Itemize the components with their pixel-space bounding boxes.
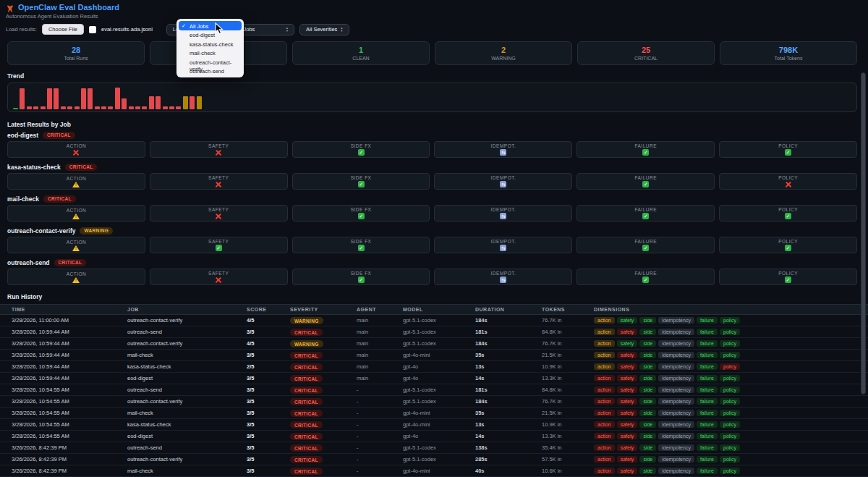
menu-item-kasa-status-check[interactable]: kasa-status-check xyxy=(179,39,242,48)
dimension-card: FAILURE✓ xyxy=(576,141,715,158)
dimension-card: SAFETY xyxy=(150,141,288,158)
dimension-chip: policy xyxy=(720,375,740,381)
dimension-card: POLICY✓ xyxy=(719,269,857,285)
dimension-chip: failure xyxy=(697,329,718,335)
cell-model: gpt-4o xyxy=(403,375,475,381)
cell-severity: CRITICAL xyxy=(290,456,357,463)
dimension-label: FAILURE xyxy=(634,271,657,276)
menu-item-all-jobs[interactable]: ✓All Jobs xyxy=(179,21,242,30)
cell-dimensions: actionsafetysideidempotencyfailurepolicy xyxy=(594,421,868,428)
dimension-chip: idempotency xyxy=(658,375,694,381)
checkmark-icon: ✓ xyxy=(182,23,186,29)
repeat-icon: ⇆ xyxy=(500,245,506,251)
cell-model: gpt-4o xyxy=(403,433,475,439)
cell-job: outreach-contact-verify xyxy=(127,456,247,463)
dimension-chip: safety xyxy=(617,317,638,324)
cell-tokens: 84.8K in xyxy=(542,329,594,335)
dimension-label: ACTION xyxy=(67,271,87,277)
stat-card: 1CLEAN xyxy=(292,41,430,65)
trend-bar xyxy=(142,106,147,109)
cell-duration: 181s xyxy=(475,387,542,393)
column-header: JOB xyxy=(127,307,247,312)
check-icon: ✓ xyxy=(216,245,222,251)
check-icon: ✓ xyxy=(785,245,791,251)
cell-severity: CRITICAL xyxy=(290,375,357,381)
cell-duration: 35s xyxy=(475,410,542,416)
cell-severity: CRITICAL xyxy=(290,387,357,393)
dimension-card: SIDE FX✓ xyxy=(292,237,430,253)
severity-badge: CRITICAL xyxy=(43,195,76,203)
severity-filter-select[interactable]: All Severities ▴▾ xyxy=(299,24,349,35)
severity-badge: CRITICAL xyxy=(290,444,323,452)
job-section: outreach-sendCRITICALACTIONSAFETYSIDE FX… xyxy=(7,258,857,285)
job-header: eod-digestCRITICAL xyxy=(7,131,857,139)
menu-item-outreach-contact-verify[interactable]: outreach-contact-verify xyxy=(179,57,242,67)
trend-bar xyxy=(81,88,86,109)
dimension-chip: action xyxy=(594,444,615,451)
dimension-card: ACTION xyxy=(7,269,145,285)
trend-bar xyxy=(163,106,168,109)
cell-score: 3/5 xyxy=(247,410,290,416)
trend-bar xyxy=(169,106,174,109)
severity-badge: WARNING xyxy=(80,227,113,235)
menu-item-outreach-send[interactable]: outreach-send xyxy=(179,67,242,76)
dimension-chip: idempotency xyxy=(658,433,694,439)
severity-filter-value: All Severities xyxy=(306,26,337,33)
cell-job: mail-check xyxy=(127,410,247,416)
dimension-label: POLICY xyxy=(778,239,798,244)
cell-model: gpt-4o-mini xyxy=(403,410,475,416)
severity-badge: CRITICAL xyxy=(65,164,98,171)
cell-score: 2/5 xyxy=(247,363,290,370)
cell-time: 3/26/2026, 8:42:39 PM xyxy=(12,468,127,474)
dimension-label: SIDE FX xyxy=(351,271,372,276)
dimension-card: POLICY✓ xyxy=(719,237,857,253)
stat-value: 25 xyxy=(642,46,650,54)
trend-bar xyxy=(95,106,100,109)
severity-badge: CRITICAL xyxy=(290,387,323,394)
trend-bar xyxy=(190,96,195,109)
menu-item-mail-check[interactable]: mail-check xyxy=(179,48,242,58)
check-icon: ✓ xyxy=(785,213,791,219)
trend-bar xyxy=(108,106,113,109)
table-row: 3/28/2026, 10:54:55 AMmail-check3/5CRITI… xyxy=(0,408,868,419)
cell-job: outreach-send xyxy=(127,444,247,451)
cell-job: outreach-send xyxy=(127,387,247,393)
dimension-label: SAFETY xyxy=(208,239,229,244)
dimension-chip: idempotency xyxy=(658,456,694,463)
dimension-card: POLICY xyxy=(719,173,857,190)
dimension-chip: failure xyxy=(697,410,718,416)
cell-dimensions: actionsafetysideidempotencyfailurepolicy xyxy=(594,410,868,416)
dimension-chip: idempotency xyxy=(658,352,694,358)
dimension-card: POLICY✓ xyxy=(719,141,857,158)
dimension-card: FAILURE✓ xyxy=(576,173,715,190)
cell-tokens: 35.4K in xyxy=(542,444,594,451)
table-row: 3/28/2026, 10:54:55 AMeod-digest3/5CRITI… xyxy=(0,431,868,442)
dimension-label: IDEMPOT. xyxy=(491,143,516,148)
cell-agent: - xyxy=(357,468,403,474)
dimension-label: FAILURE xyxy=(634,175,657,180)
stat-card: 25CRITICAL xyxy=(577,41,715,65)
trend-bar xyxy=(135,106,140,109)
table-row: 3/28/2026, 10:59:44 AMkasa-status-check2… xyxy=(0,361,868,373)
dimension-card: IDEMPOT.⇆ xyxy=(434,237,572,253)
dimension-card: IDEMPOT.⇆ xyxy=(434,141,572,158)
severity-badge: CRITICAL xyxy=(290,456,323,463)
dimension-chip: policy xyxy=(720,387,740,393)
cross-icon xyxy=(216,149,222,156)
dimension-chip: side xyxy=(639,468,656,474)
dimension-chip: action xyxy=(594,387,615,393)
cell-dimensions: actionsafetysideidempotencyfailurepolicy xyxy=(594,398,868,405)
dimension-chip: idempotency xyxy=(658,444,694,451)
table-row: 3/28/2026, 10:54:55 AMoutreach-send3/5CR… xyxy=(0,384,868,396)
column-header: MODEL xyxy=(403,307,475,312)
stat-card: 2WARNING xyxy=(435,41,572,65)
severity-badge: CRITICAL xyxy=(290,375,323,382)
menu-item-eod-digest[interactable]: eod-digest xyxy=(179,30,242,40)
choose-file-button[interactable]: Choose File xyxy=(42,24,84,35)
cell-model: gpt-5.1-codex xyxy=(403,340,475,347)
vertical-scrollbar-thumb[interactable] xyxy=(861,72,866,394)
job-section: kasa-status-checkCRITICALACTIONSAFETYSID… xyxy=(7,163,857,190)
file-input-box[interactable] xyxy=(89,26,96,33)
dimension-chip: failure xyxy=(697,468,718,474)
dimension-chip: policy xyxy=(720,433,740,439)
